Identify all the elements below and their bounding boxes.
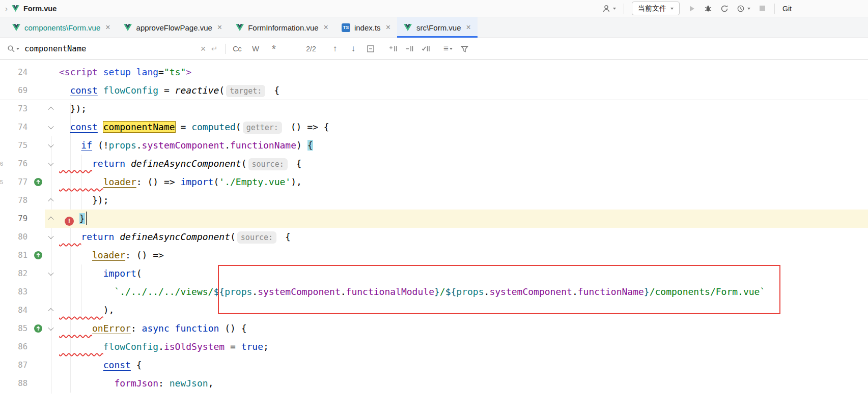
tab-forminformation-vue[interactable]: FormInformation.vue× — [229, 17, 335, 38]
close-tab-icon[interactable]: × — [105, 23, 110, 32]
tab-index-ts[interactable]: TSindex.ts× — [335, 17, 397, 38]
code-line[interactable]: formJson: newJson, — [57, 374, 868, 393]
whole-words-toggle[interactable]: W — [249, 45, 262, 53]
code-line[interactable]: return defineAsyncComponent(source: { — [57, 155, 868, 173]
code-token: loader — [103, 176, 136, 187]
fold-up-icon[interactable] — [48, 217, 53, 222]
fold-down-icon[interactable] — [48, 233, 53, 239]
gutter-arrow-up-icon[interactable] — [34, 251, 42, 259]
tab-components-form-vue[interactable]: components\Form.vue× — [5, 17, 117, 38]
code-line[interactable]: flowConfig.isOldSystem = true; — [57, 338, 868, 356]
gutter-arrow-up-icon[interactable] — [34, 324, 42, 333]
code-line[interactable]: ! } — [57, 210, 868, 228]
code-line[interactable]: const { — [57, 356, 868, 374]
code-line[interactable]: loader: () => — [57, 246, 868, 264]
code-token: ) — [296, 140, 307, 151]
tab-src-form-vue[interactable]: src\Form.vue× — [397, 17, 478, 38]
error-icon[interactable]: ! — [65, 217, 74, 226]
close-tab-icon[interactable]: × — [466, 23, 470, 32]
filter-button[interactable] — [459, 43, 470, 55]
code-line[interactable]: onError: async function () { — [57, 319, 868, 338]
code-line[interactable]: ), — [57, 301, 868, 319]
fold-down-icon[interactable] — [48, 325, 53, 331]
clear-search-icon[interactable]: × — [198, 43, 209, 55]
code-token — [59, 341, 103, 352]
next-match-button[interactable]: ↓ — [347, 44, 360, 54]
profiler-button[interactable] — [720, 4, 729, 13]
find-in-selection-toggle[interactable] — [365, 43, 376, 55]
add-occurrence-button[interactable] — [387, 43, 399, 55]
fold-up-icon[interactable] — [48, 107, 53, 112]
search-input[interactable]: componentName — [24, 44, 198, 53]
user-account-button[interactable] — [602, 4, 616, 13]
regex-toggle[interactable]: * — [267, 43, 281, 55]
match-case-toggle[interactable]: Cc — [231, 45, 244, 53]
code-token: , — [208, 378, 214, 389]
editor-line: 86 flowConfig.isOldSystem = true; — [0, 338, 868, 356]
debug-button[interactable] — [704, 4, 712, 13]
code-token: ( — [241, 158, 247, 169]
run-configuration-button[interactable]: 当前文件 — [632, 2, 680, 15]
code-line[interactable]: <script setup lang="ts"> — [57, 63, 868, 81]
fold-cell — [45, 191, 57, 210]
code-line[interactable]: const flowConfig = reactive(target: { — [57, 81, 868, 100]
fold-down-icon[interactable] — [48, 160, 53, 166]
search-options-button[interactable]: ≡ — [442, 43, 454, 55]
fold-down-icon[interactable] — [48, 142, 53, 147]
fold-up-icon[interactable] — [48, 308, 53, 314]
run-button[interactable] — [687, 4, 696, 13]
code-token: return — [81, 231, 114, 242]
run-history-button[interactable] — [736, 4, 750, 13]
code-token: ( — [136, 268, 142, 279]
fold-cell — [45, 118, 57, 136]
code-token: const — [70, 122, 98, 132]
search-icon[interactable] — [7, 43, 19, 55]
remove-occurrence-button[interactable] — [404, 43, 415, 55]
code-line[interactable]: }); — [57, 191, 868, 210]
close-tab-icon[interactable]: × — [324, 23, 328, 32]
newline-icon[interactable]: ↵ — [209, 43, 220, 55]
fold-down-icon[interactable] — [48, 270, 53, 276]
gutter-arrow-up-icon[interactable] — [34, 178, 42, 186]
code-token: flowConfig — [103, 341, 158, 352]
code-line[interactable]: import( — [57, 264, 868, 283]
editor-line: 88 formJson: newJson, — [0, 374, 868, 393]
editor-line: 80 return defineAsyncComponent(source: { — [0, 228, 868, 246]
close-tab-icon[interactable]: × — [217, 23, 222, 32]
gutter-icon-cell — [32, 338, 45, 356]
code-token: . — [484, 286, 490, 297]
code-token: ( — [236, 122, 241, 132]
code-editor[interactable]: 24<script setup lang="ts">69 const flowC… — [0, 60, 868, 417]
editor-line: 24<script setup lang="ts"> — [0, 63, 868, 81]
code-line[interactable]: `./../../../views/${props.systemComponen… — [57, 283, 868, 301]
tab-label: src\Form.vue — [416, 23, 461, 32]
code-line[interactable]: loader: () => import('./Empty.vue'), — [57, 173, 868, 191]
ide-window: › Form.vue 当前文件 — [0, 0, 868, 417]
code-token: ${ — [213, 286, 225, 297]
code-token: () { — [219, 323, 246, 334]
gutter-edge-mark — [0, 81, 7, 100]
stop-button[interactable] — [758, 4, 767, 13]
code-line[interactable]: const componentName = computed(getter: (… — [57, 118, 868, 136]
git-widget[interactable]: Git — [782, 5, 792, 13]
line-number: 86 — [7, 338, 32, 356]
fold-down-icon[interactable] — [48, 124, 53, 129]
chevron-down-icon — [670, 8, 674, 10]
select-all-occurrences-button[interactable] — [420, 43, 431, 55]
close-tab-icon[interactable]: × — [386, 23, 390, 32]
code-line[interactable]: }); — [57, 100, 868, 118]
code-line[interactable]: if (!props.systemComponent.functionName)… — [57, 136, 868, 155]
fold-cell — [45, 100, 57, 118]
code-token — [59, 360, 103, 370]
code-token: . — [572, 286, 578, 297]
previous-match-button[interactable]: ↑ — [328, 44, 342, 54]
code-token: . — [252, 286, 258, 297]
user-icon — [602, 4, 610, 13]
tab-approveflowpage-vue[interactable]: approveFlowPage.vue× — [117, 17, 229, 38]
code-token — [125, 158, 131, 169]
gutter-icon-cell — [32, 301, 45, 319]
editor-line: 74 const componentName = computed(getter… — [0, 118, 868, 136]
code-line[interactable]: return defineAsyncComponent(source: { — [57, 228, 868, 246]
tab-label: approveFlowPage.vue — [136, 23, 212, 32]
fold-up-icon[interactable] — [48, 198, 53, 204]
